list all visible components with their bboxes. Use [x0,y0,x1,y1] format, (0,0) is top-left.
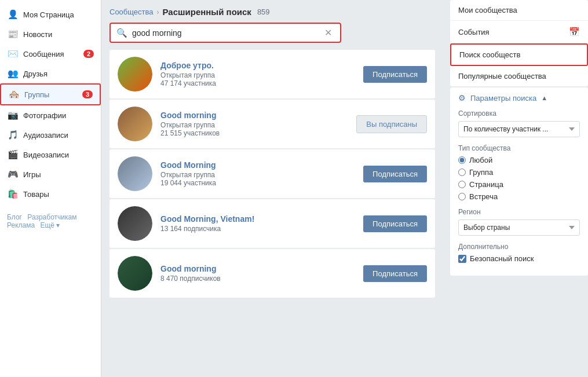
sidebar-label-photos: Фотографии [23,111,94,120]
search-box: 🔍 ✕ [109,23,341,43]
right-panel-menu: Мои сообщества События 📅 Поиск сообществ… [450,0,588,86]
type-any[interactable]: Любой [458,156,580,164]
footer-more[interactable]: Ещё ▾ [40,221,60,229]
sidebar-item-friends[interactable]: 👥 Друзья [0,64,101,83]
btn-subscribed-2[interactable]: Вы подписаны [356,115,427,133]
type-label: Тип сообщества [458,144,580,152]
type-page-radio[interactable] [458,181,466,188]
sidebar-icon-goods: 🛍️ [7,188,19,200]
result-name-1[interactable]: Доброе утро. [160,61,214,70]
sidebar-icon-audio: 🎵 [7,129,19,141]
sidebar-icon-groups: 🏘️ [8,89,20,100]
btn-subscribe-5[interactable]: Подписаться [363,265,427,282]
breadcrumb: Сообщества › Расширенный поиск 859 [109,7,435,17]
result-meta-4: 13 164 подписчика [160,225,355,233]
region-section: Регион Выбор страны [458,208,580,236]
result-action-5: Подписаться [363,265,427,282]
type-group-radio[interactable] [458,169,466,176]
breadcrumb-parent[interactable]: Сообщества [109,8,154,16]
right-menu-events[interactable]: События 📅 [450,21,588,43]
result-item: Good Morning Открытая группа19 044 участ… [109,149,435,198]
sidebar-icon-friends: 👥 [7,68,19,79]
result-action-4: Подписаться [363,215,427,232]
btn-subscribe-3[interactable]: Подписаться [363,166,427,182]
breadcrumb-current: Расширенный поиск [163,7,251,17]
type-group[interactable]: Группа [458,168,580,177]
result-meta-3: Открытая группа19 044 участника [160,171,355,187]
result-name-5[interactable]: Good morning [160,264,216,273]
type-event[interactable]: Встреча [458,192,580,201]
search-input[interactable] [132,28,322,38]
sidebar-footer: Блог Разработчикам Реклама Ещё ▾ [0,208,101,234]
result-info-2: Good morning Открытая группа21 515 участ… [160,111,348,137]
sidebar-badge-groups: 3 [82,90,93,98]
result-name-3[interactable]: Good Morning [160,160,216,170]
type-radio-group: Любой Группа Страница Встреча [458,156,580,201]
result-item: Good morning 8 470 подписчиков Подписать… [109,249,435,298]
popular-communities-label: Популярные сообщества [458,72,546,80]
search-icon: 🔍 [116,28,127,38]
region-label: Регион [458,208,580,216]
result-meta-2: Открытая группа21 515 участников [160,121,348,137]
sidebar-icon-games: 🎮 [7,169,19,180]
result-info-1: Доброе утро. Открытая группа47 174 участ… [160,61,355,87]
footer-ads-link[interactable]: Реклама [7,221,35,229]
sidebar-item-photos[interactable]: 📷 Фотографии [0,105,101,125]
my-communities-label: Мои сообщества [458,6,517,14]
sidebar-label-friends: Друзья [23,69,94,78]
result-avatar-3 [118,156,152,191]
type-event-radio[interactable] [458,193,466,200]
sidebar-item-my-page[interactable]: 👤 Моя Страница [0,5,101,24]
result-meta-5: 8 470 подписчиков [160,274,355,283]
sidebar-icon-video: 🎬 [7,149,19,160]
result-action-3: Подписаться [363,166,427,182]
sidebar-label-audio: Аудиозаписи [23,131,94,140]
result-meta-1: Открытая группа47 174 участника [160,71,355,87]
result-info-3: Good Morning Открытая группа19 044 участ… [160,160,355,187]
result-avatar-2 [118,107,152,141]
result-info-4: Good Morning, Vietnam! 13 164 подписчика [160,214,355,233]
result-item: Good morning Открытая группа21 515 участ… [109,100,435,148]
type-any-radio[interactable] [458,156,466,164]
sidebar-item-goods[interactable]: 🛍️ Товары [0,184,101,204]
sidebar-item-messages[interactable]: ✉️ Сообщения 2 [0,44,101,64]
result-action-2: Вы подписаны [356,115,427,133]
result-name-4[interactable]: Good Morning, Vietnam! [160,214,254,224]
type-page-label: Страница [469,180,503,189]
type-any-label: Любой [469,156,492,164]
result-name-2[interactable]: Good morning [160,111,216,120]
btn-subscribe-4[interactable]: Подписаться [363,215,427,232]
events-label: События [458,28,490,36]
type-page[interactable]: Страница [458,180,580,189]
results-list: Доброе утро. Открытая группа47 174 участ… [109,50,435,298]
safe-search-checkbox-item[interactable]: Безопасный поиск [458,254,580,263]
sidebar-item-video[interactable]: 🎬 Видеозаписи [0,145,101,164]
search-clear-icon[interactable]: ✕ [322,27,334,38]
footer-dev-link[interactable]: Разработчикам [27,213,76,221]
region-select[interactable]: Выбор страны [458,219,580,236]
sort-label: Сортировка [458,109,580,118]
right-menu-popular[interactable]: Популярные сообщества [450,66,588,86]
result-avatar-1 [118,57,152,91]
result-action-1: Подписаться [363,66,427,83]
search-communities-label: Поиск сообществ [459,50,520,59]
sidebar-item-games[interactable]: 🎮 Игры [0,164,101,184]
sidebar-item-news[interactable]: 📰 Новости [0,24,101,44]
params-header[interactable]: ⚙ Параметры поиска ▲ [458,93,580,103]
sidebar-item-groups[interactable]: 🏘️ Группы 3 [0,83,101,105]
right-menu-my-communities[interactable]: Мои сообщества [450,0,588,21]
sidebar-label-messages: Сообщения [23,50,83,58]
params-title: Параметры поиска [470,94,536,103]
sort-select[interactable]: По количеству участник ... По дате созда… [458,121,580,137]
sidebar-badge-messages: 2 [83,50,94,58]
safe-search-checkbox[interactable] [458,255,466,263]
sidebar-label-video: Видеозаписи [23,151,94,159]
sort-section: Сортировка По количеству участник ... По… [458,109,580,137]
breadcrumb-count: 859 [257,8,270,16]
footer-blog-link[interactable]: Блог [7,213,22,221]
main-content: Сообщества › Расширенный поиск 859 🔍 ✕ Д… [101,0,443,377]
result-avatar-4 [118,206,152,241]
btn-subscribe-1[interactable]: Подписаться [363,66,427,83]
right-menu-search[interactable]: Поиск сообществ [450,43,588,66]
sidebar-item-audio[interactable]: 🎵 Аудиозаписи [0,125,101,145]
